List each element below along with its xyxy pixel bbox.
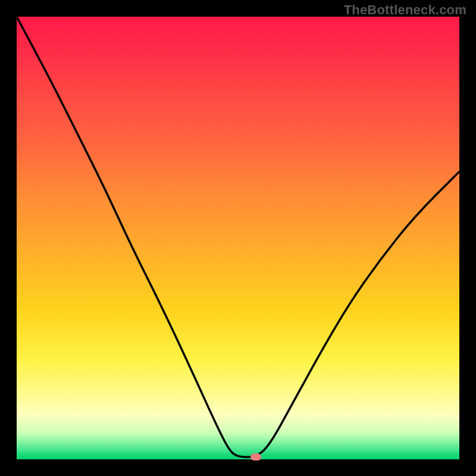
bottleneck-curve bbox=[17, 17, 459, 457]
optimal-point-marker bbox=[250, 453, 261, 461]
plot-area bbox=[17, 17, 459, 459]
curve-layer bbox=[17, 17, 459, 459]
chart-frame: TheBottleneck.com bbox=[0, 0, 476, 476]
watermark-text: TheBottleneck.com bbox=[344, 2, 466, 18]
